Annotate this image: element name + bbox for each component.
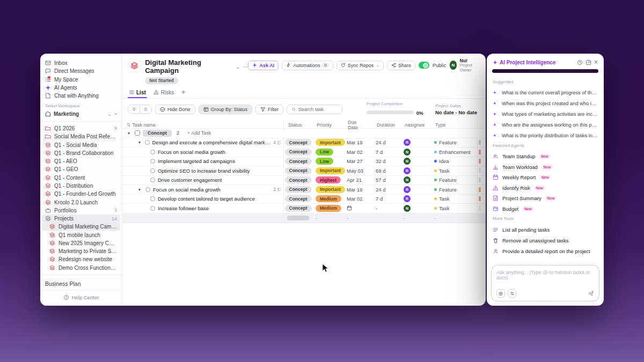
add-task-button[interactable]: + Add Task <box>187 130 211 136</box>
assignee-avatar[interactable]: N <box>404 158 411 165</box>
collapse-caret-icon[interactable]: ▾ <box>128 131 132 136</box>
agent-team-workload[interactable]: Team Workload New <box>493 162 598 173</box>
task-status-ring[interactable] <box>150 178 155 182</box>
assignee-avatar[interactable]: N <box>404 176 411 183</box>
sidebar-item-chat-with-anything[interactable]: Chat with Anything <box>40 92 122 100</box>
new-chat-icon[interactable] <box>586 60 591 65</box>
type-label[interactable]: Feature <box>439 139 457 145</box>
task-status-ring[interactable] <box>150 168 155 173</box>
tool-list-pending-tasks[interactable]: List all pending tasks <box>493 224 598 235</box>
group-checkbox[interactable] <box>135 130 140 136</box>
type-label[interactable]: Task <box>439 205 450 211</box>
table-row[interactable]: Drive customer engagement Concept Highes… <box>122 176 486 186</box>
status-badge[interactable]: Concept <box>285 176 312 183</box>
status-badge[interactable]: Concept <box>285 195 312 202</box>
public-toggle[interactable] <box>419 62 429 69</box>
task-name[interactable]: Drive customer engagement <box>158 177 222 183</box>
status-badge[interactable]: Concept <box>285 186 312 193</box>
status-badge[interactable]: Concept <box>285 167 312 174</box>
type-label[interactable]: Enhancement <box>439 149 471 155</box>
type-label[interactable]: Task <box>439 168 450 174</box>
type-label[interactable]: Idea <box>439 158 449 164</box>
priority-badge[interactable]: Low <box>316 149 333 156</box>
sidebar-item-project[interactable]: Q1 - Founder-Led Growth <box>40 190 122 198</box>
help-center-button[interactable]: Help Center <box>40 290 122 302</box>
column-header[interactable]: Type <box>431 122 477 128</box>
subtask-count[interactable]: 2 <box>273 187 283 192</box>
sidebar-item-project[interactable]: Kroolo 2.0 Launch <box>40 198 122 206</box>
table-row[interactable]: Implement targeted ad campaigns Concept … <box>122 157 486 167</box>
column-header[interactable]: Task name <box>133 122 156 128</box>
automations-button[interactable]: Automations 0 <box>282 61 333 70</box>
sidebar-item-digital-marketing-campaign[interactable]: Digital Marketing Campaign <box>42 223 120 231</box>
status-badge[interactable]: Concept <box>285 149 312 156</box>
sidebar-item-portfolios[interactable]: Portfolios 3 <box>40 206 122 215</box>
priority-badge[interactable]: Important <box>316 139 345 146</box>
assignee-avatar[interactable]: N <box>404 205 411 212</box>
expand-all-button[interactable] <box>140 105 151 113</box>
suggestion-item[interactable]: ✦When was this project created and who i… <box>493 98 598 109</box>
column-header[interactable]: Priority <box>312 122 343 128</box>
agent-team-standup[interactable]: Team Standup New <box>493 151 598 162</box>
sidebar-item-project[interactable]: Q1 - AEO <box>40 157 122 165</box>
group-by-button[interactable]: Group By: Status <box>199 105 253 114</box>
duration[interactable]: 24 d <box>372 187 400 193</box>
task-name[interactable]: Focus on social media growth <box>158 149 225 155</box>
collapse-all-button[interactable] <box>128 105 140 113</box>
agent-budget[interactable]: Budget New <box>493 204 598 215</box>
column-header[interactable]: Assignee <box>400 122 431 128</box>
assignee-avatar[interactable]: R <box>404 195 411 202</box>
due-date[interactable]: Apr 21 <box>343 177 372 183</box>
task-status-ring[interactable] <box>150 196 155 201</box>
due-date[interactable]: Mar 02 <box>343 196 372 202</box>
assignee-avatar[interactable]: N <box>404 149 411 156</box>
sort-icon[interactable]: ⇅ <box>127 122 131 128</box>
table-row[interactable]: Increase follower base Concept Medium - … <box>122 204 486 213</box>
task-status-ring[interactable] <box>150 159 155 164</box>
duration[interactable]: 69 d <box>372 168 400 174</box>
send-icon[interactable] <box>588 290 594 297</box>
duration[interactable]: 7 d <box>372 149 400 155</box>
table-row[interactable]: Focus on social media growth Concept Low… <box>122 147 486 157</box>
task-name[interactable]: Design and execute a comprehensive digit… <box>152 139 271 145</box>
task-status-ring[interactable] <box>150 206 155 211</box>
due-date[interactable]: Mar 19 <box>343 139 372 145</box>
calendar-icon[interactable] <box>347 205 352 211</box>
suggestion-item[interactable]: ✦What is the priority distribution of ta… <box>493 130 598 141</box>
assignee-avatar[interactable]: R <box>404 139 411 146</box>
suggestion-item[interactable]: ✦Who are the assignees working on this p… <box>493 120 598 130</box>
suggestion-item[interactable]: ✦What is the current overall progress of… <box>493 87 598 98</box>
sync-repos-button[interactable]: Sync Repos ⌄ <box>336 61 384 70</box>
tool-remove-unassigned-tasks[interactable]: Remove all unassigned tasks <box>493 235 598 246</box>
sidebar-item-project[interactable]: Q1 - Brand Collaboration <box>40 149 122 157</box>
task-status-ring[interactable] <box>145 140 150 145</box>
sidebar-item-project[interactable]: Q1 - Distribution <box>40 182 122 190</box>
tune-button[interactable] <box>508 289 516 298</box>
priority-badge[interactable]: Medium <box>316 205 341 212</box>
chevron-down-icon[interactable]: ⌄ <box>236 64 240 70</box>
sidebar-item-projects[interactable]: Projects 14 <box>42 215 120 223</box>
priority-badge[interactable]: Low <box>316 158 333 165</box>
task-name[interactable]: Develop content tailored to target audie… <box>158 196 255 202</box>
duration[interactable]: 7 d <box>372 196 400 202</box>
ask-ai-button[interactable]: Ask AI <box>248 61 279 70</box>
priority-badge[interactable]: Important <box>316 167 345 174</box>
sidebar-item-project[interactable]: Q1 - GEO <box>40 165 122 173</box>
sidebar-section-business-plan[interactable]: Business Plan <box>40 278 122 290</box>
task-status-ring[interactable] <box>150 150 155 154</box>
task-name[interactable]: Optimize SEO to increase brand visibilit… <box>158 168 250 174</box>
tab-risks[interactable]: Risks <box>153 86 174 98</box>
table-row[interactable]: ▾Focus on social media growth2 Concept I… <box>122 185 486 195</box>
sidebar-item-project[interactable]: New 2025 Imagery Change Over <box>40 239 122 247</box>
collapse-caret-icon[interactable]: ▾ <box>138 187 143 192</box>
close-icon[interactable]: × <box>594 58 598 66</box>
due-date[interactable]: Mar 27 <box>343 158 372 164</box>
task-name[interactable]: Increase follower base <box>158 205 209 211</box>
search-input[interactable] <box>298 107 338 112</box>
due-date[interactable]: Mar 19 <box>343 187 372 193</box>
sidebar-item-my-space[interactable]: My Space <box>40 76 122 84</box>
subtask-count[interactable]: 4 <box>273 140 283 145</box>
workspace-selector[interactable]: Marketing ⌄ + <box>40 109 122 118</box>
sidebar-item-ai-agents[interactable]: AI Agents <box>40 84 122 92</box>
collapse-caret-icon[interactable]: ▾ <box>138 140 142 145</box>
